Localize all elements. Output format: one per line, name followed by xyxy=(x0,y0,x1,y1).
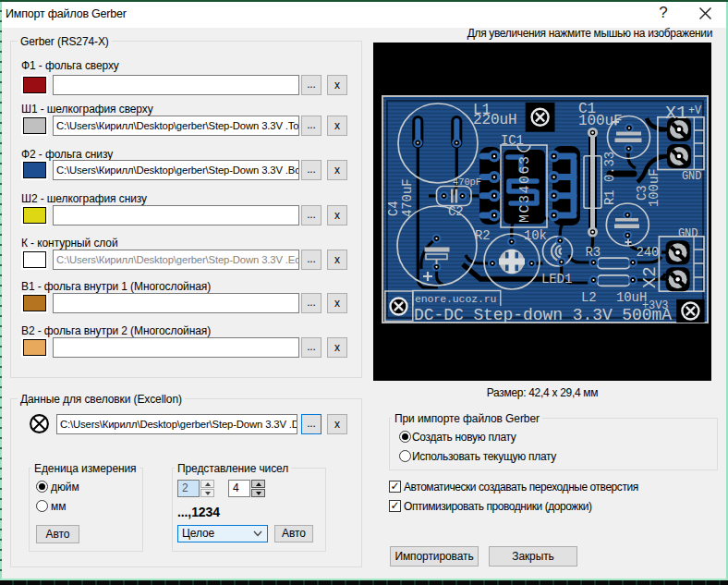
svg-text:L2: L2 xyxy=(581,290,597,305)
svg-text:R2: R2 xyxy=(475,228,491,243)
svg-text:X2: X2 xyxy=(639,266,661,288)
svg-text:220uH: 220uH xyxy=(473,112,517,128)
svg-text:GND: GND xyxy=(682,170,701,183)
svg-text:100uF: 100uF xyxy=(578,113,623,129)
svg-text:R1 0.33: R1 0.33 xyxy=(602,152,617,205)
svg-text:C2: C2 xyxy=(448,204,464,219)
svg-text:LED1: LED1 xyxy=(541,272,572,286)
svg-text:DC-DC Step-down 3.3V 500mA: DC-DC Step-down 3.3V 500mA xyxy=(414,306,672,324)
svg-text:470pF: 470pF xyxy=(453,177,481,188)
svg-text:R3: R3 xyxy=(586,245,601,260)
svg-text:GND: GND xyxy=(678,227,698,240)
svg-text:IC1: IC1 xyxy=(501,133,524,148)
svg-text:10k: 10k xyxy=(524,228,547,243)
svg-text:enore.ucoz.ru: enore.ucoz.ru xyxy=(415,293,496,305)
svg-text:C4: C4 xyxy=(386,201,401,216)
svg-text:100uF: 100uF xyxy=(647,168,661,207)
svg-text:470uF: 470uF xyxy=(400,178,415,217)
svg-text:MC34063: MC34063 xyxy=(517,156,533,223)
svg-text:+V: +V xyxy=(688,104,702,117)
svg-text:X1: X1 xyxy=(665,103,687,124)
svg-text:240: 240 xyxy=(637,245,660,260)
